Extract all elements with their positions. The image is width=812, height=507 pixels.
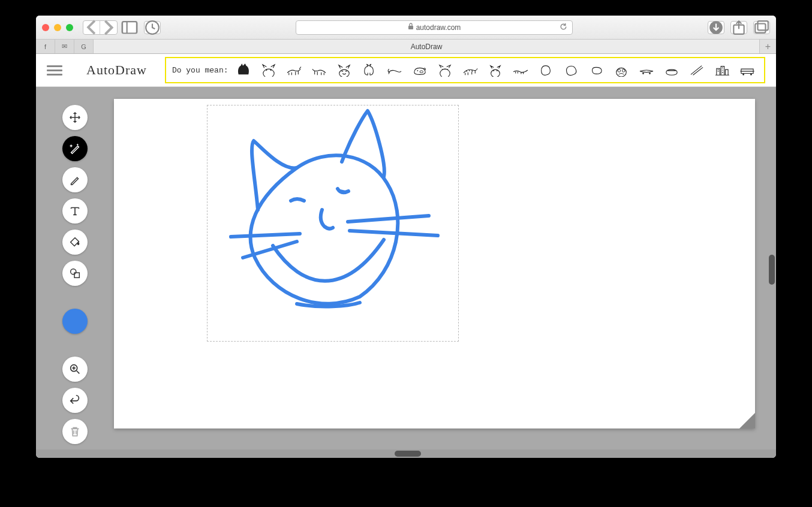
app-logo: AutoDraw (86, 62, 147, 78)
tool-undo[interactable] (62, 388, 88, 413)
svg-point-9 (270, 70, 271, 71)
tool-draw[interactable] (62, 167, 88, 192)
fav-3[interactable]: G (74, 40, 94, 53)
close-window-button[interactable] (42, 24, 49, 31)
share-button[interactable] (730, 21, 747, 34)
app-header: AutoDraw Do you mean: (36, 54, 776, 87)
svg-rect-3 (408, 26, 413, 29)
suggestion-cat-face-2[interactable] (335, 61, 353, 79)
svg-rect-6 (755, 23, 765, 32)
suggestion-tiger-head[interactable] (486, 61, 504, 79)
suggestion-cat-sitting[interactable] (360, 61, 378, 79)
svg-point-11 (420, 71, 423, 73)
svg-point-15 (622, 70, 625, 73)
minimize-window-button[interactable] (54, 24, 61, 31)
svg-point-8 (266, 70, 267, 71)
svg-point-12 (493, 70, 494, 71)
svg-rect-0 (122, 22, 137, 33)
toolbar (36, 87, 114, 458)
canvas[interactable] (114, 99, 755, 428)
tool-delete[interactable] (62, 419, 88, 444)
hamburger-menu-icon[interactable] (47, 65, 62, 76)
tool-zoom[interactable] (62, 357, 88, 382)
browser-tabbar: f ✉ G AutoDraw + (36, 40, 776, 54)
suggestion-bar: Do you mean: (165, 57, 765, 83)
forward-button[interactable] (100, 21, 117, 34)
svg-point-19 (750, 74, 752, 76)
sidebar-button[interactable] (121, 21, 138, 34)
suggestion-monster-face[interactable] (612, 61, 630, 79)
lock-icon (408, 23, 414, 32)
suggestion-building[interactable] (713, 61, 731, 79)
tab-title: AutoDraw (411, 43, 443, 51)
suggestion-tiger-body[interactable] (461, 61, 479, 79)
tool-fill[interactable] (62, 230, 88, 255)
tool-autodraw[interactable] (62, 136, 88, 161)
suggestion-potato-3[interactable] (587, 61, 605, 79)
suggestion-label: Do you mean: (172, 66, 228, 75)
nav-buttons (83, 20, 118, 35)
autodraw-app: AutoDraw Do you mean: (36, 54, 776, 458)
downloads-button[interactable] (708, 21, 724, 34)
canvas-area (114, 87, 776, 458)
workspace (36, 87, 776, 458)
user-drawing (207, 105, 459, 342)
suggestion-cat-walking-2[interactable] (310, 61, 328, 79)
suggestion-train-car[interactable] (738, 61, 756, 79)
suggestion-skateboard[interactable] (637, 61, 655, 79)
browser-window: autodraw.com f ✉ G AutoDraw + Aut (36, 16, 776, 458)
svg-point-13 (496, 70, 497, 71)
suggestion-lizard[interactable] (512, 61, 530, 79)
svg-point-14 (618, 70, 621, 73)
reload-button[interactable] (560, 23, 567, 32)
tool-color[interactable] (62, 309, 88, 334)
svg-point-18 (742, 74, 744, 76)
suggestion-cat-walking-1[interactable] (285, 61, 303, 79)
suggestion-pig[interactable] (411, 61, 429, 79)
svg-point-20 (71, 269, 76, 274)
svg-rect-7 (758, 21, 768, 30)
suggestion-mouse[interactable] (386, 61, 404, 79)
history-button[interactable] (144, 21, 161, 34)
fav-1[interactable]: f (36, 40, 55, 53)
tool-shape[interactable] (62, 261, 88, 286)
tool-move[interactable] (62, 105, 88, 130)
address-bar[interactable]: autodraw.com (296, 20, 573, 35)
tool-type[interactable] (62, 198, 88, 224)
suggestion-cat-face-1[interactable] (260, 61, 278, 79)
window-controls (42, 24, 73, 31)
suggestion-potato-1[interactable] (537, 61, 555, 79)
svg-point-16 (642, 73, 644, 74)
back-button[interactable] (83, 21, 100, 34)
fav-2-mail-icon[interactable]: ✉ (55, 40, 74, 53)
zoom-window-button[interactable] (66, 24, 73, 31)
svg-point-17 (649, 73, 651, 74)
suggestion-cat-silhouette[interactable] (234, 61, 252, 79)
horizontal-scrollbar[interactable] (36, 449, 776, 458)
vertical-scrollbar[interactable] (768, 255, 776, 285)
suggestion-potato-2[interactable] (562, 61, 580, 79)
tabs-button[interactable] (753, 21, 770, 34)
suggestion-chopsticks[interactable] (688, 61, 706, 79)
suggestion-sushi[interactable] (663, 61, 681, 79)
new-tab-button[interactable]: + (759, 40, 776, 53)
url-text: autodraw.com (416, 23, 461, 32)
svg-point-10 (417, 70, 418, 71)
browser-titlebar: autodraw.com (36, 16, 776, 40)
suggestion-tiger-face[interactable] (436, 61, 454, 79)
suggestion-list (234, 61, 756, 79)
browser-tab[interactable]: AutoDraw (94, 40, 759, 53)
